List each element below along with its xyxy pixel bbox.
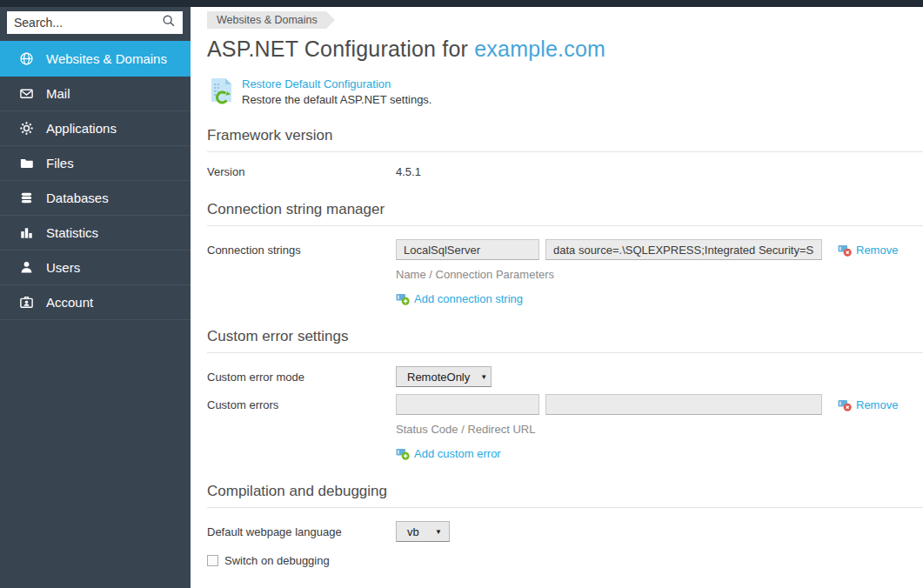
page-title-domain: example.com xyxy=(474,37,605,61)
connection-strings-row: Connection strings Remove xyxy=(207,239,923,260)
globe-icon xyxy=(18,51,34,67)
section-heading-compilation: Compilation and debugging xyxy=(207,483,923,508)
sidebar-item-label: Account xyxy=(46,295,93,310)
remove-connection-link[interactable]: Remove xyxy=(856,244,898,257)
add-custom-error-link[interactable]: Add custom error xyxy=(414,447,501,460)
add-icon xyxy=(396,446,410,460)
add-connection-link[interactable]: Add connection string xyxy=(414,292,523,305)
user-icon xyxy=(18,260,34,276)
sidebar-spacer xyxy=(0,319,191,320)
sidebar: Websites & Domains Mail Applications xyxy=(0,7,191,588)
plesk-app: Websites & Domains Mail Applications xyxy=(0,0,923,588)
custom-error-mode-value: RemoteOnly xyxy=(407,371,470,384)
chevron-down-icon: ▼ xyxy=(435,528,442,536)
sidebar-item-databases[interactable]: Databases xyxy=(0,180,191,215)
remove-custom-error[interactable]: Remove xyxy=(838,398,898,411)
add-connection-string[interactable]: Add connection string xyxy=(396,291,523,305)
sidebar-item-label: Websites & Domains xyxy=(46,51,167,66)
connection-params-input[interactable] xyxy=(545,239,822,260)
sidebar-item-mail[interactable]: Mail xyxy=(0,76,191,110)
sidebar-item-users[interactable]: Users xyxy=(0,250,191,284)
remove-connection-string[interactable]: Remove xyxy=(838,243,898,257)
remove-icon xyxy=(838,398,852,411)
top-bar xyxy=(0,0,923,7)
switch-on-debugging-label[interactable]: Switch on debugging xyxy=(224,554,330,567)
breadcrumb[interactable]: Websites & Domains xyxy=(207,11,326,29)
search-box[interactable] xyxy=(7,11,183,34)
sidebar-item-label: Statistics xyxy=(46,225,98,240)
sidebar-item-files[interactable]: Files xyxy=(0,145,191,180)
sidebar-item-label: Files xyxy=(46,156,74,170)
section-heading-framework: Framework version xyxy=(207,127,923,152)
connection-name-input[interactable] xyxy=(396,239,539,260)
default-language-select[interactable]: vb ▼ xyxy=(396,521,450,542)
sidebar-nav: Websites & Domains Mail Applications xyxy=(0,41,191,320)
search-input[interactable] xyxy=(14,16,162,30)
custom-errors-row: Custom errors Remove xyxy=(207,394,923,415)
default-language-row: Default webpage language vb ▼ xyxy=(207,521,923,542)
redirect-url-input[interactable] xyxy=(545,394,822,415)
default-language-value: vb xyxy=(407,525,419,538)
version-row: Version 4.5.1 xyxy=(207,165,923,178)
search-icon[interactable] xyxy=(162,14,176,31)
mail-icon xyxy=(18,86,34,102)
status-code-input[interactable] xyxy=(396,394,539,415)
main-content: Websites & Domains ASP.NET Configuration… xyxy=(191,7,923,588)
version-label: Version xyxy=(207,165,396,178)
gear-icon xyxy=(18,121,34,137)
sidebar-item-label: Databases xyxy=(46,190,109,205)
custom-errors-label: Custom errors xyxy=(207,398,396,411)
page-title: ASP.NET Configuration for example.com xyxy=(207,37,923,62)
sidebar-item-websites-domains[interactable]: Websites & Domains xyxy=(0,41,191,76)
sidebar-item-label: Users xyxy=(46,260,80,275)
remove-custom-error-link[interactable]: Remove xyxy=(856,398,898,411)
custom-error-mode-select[interactable]: RemoteOnly ▼ xyxy=(396,366,492,387)
bar-chart-icon xyxy=(18,225,34,241)
version-value: 4.5.1 xyxy=(396,165,421,178)
connection-strings-label: Connection strings xyxy=(207,244,396,257)
folder-icon xyxy=(18,156,34,171)
add-connection-row: Add connection string xyxy=(207,291,923,305)
section-heading-connection: Connection string manager xyxy=(207,201,923,226)
sidebar-item-applications[interactable]: Applications xyxy=(0,110,191,145)
switch-on-debugging-checkbox[interactable] xyxy=(207,555,218,566)
restore-default-link[interactable]: Restore Default Configuration xyxy=(242,77,431,90)
restore-default-block: Restore Default Configuration Restore th… xyxy=(207,77,923,107)
custom-errors-hint: Status Code / Redirect URL xyxy=(396,423,535,436)
chevron-down-icon: ▼ xyxy=(480,373,487,381)
custom-error-mode-label: Custom error mode xyxy=(207,371,396,384)
custom-errors-hint-row: Status Code / Redirect URL xyxy=(207,423,923,436)
connection-hint-row: Name / Connection Parameters xyxy=(207,268,923,281)
restore-description: Restore the default ASP.NET settings. xyxy=(242,93,431,106)
sidebar-item-statistics[interactable]: Statistics xyxy=(0,215,191,250)
default-language-label: Default webpage language xyxy=(207,525,396,538)
connection-hint: Name / Connection Parameters xyxy=(396,268,554,281)
add-custom-error[interactable]: Add custom error xyxy=(396,446,501,460)
sidebar-item-label: Applications xyxy=(46,121,117,136)
add-icon xyxy=(396,291,410,305)
add-custom-error-row: Add custom error xyxy=(207,446,923,460)
breadcrumb-label: Websites & Domains xyxy=(217,14,318,26)
id-badge-icon xyxy=(18,295,34,311)
database-icon xyxy=(18,190,34,206)
remove-icon xyxy=(838,243,852,257)
sidebar-item-account[interactable]: Account xyxy=(0,284,191,319)
restore-document-icon xyxy=(207,77,236,105)
sidebar-item-label: Mail xyxy=(46,86,70,101)
custom-error-mode-row: Custom error mode RemoteOnly ▼ xyxy=(207,366,923,387)
section-heading-custom-errors: Custom error settings xyxy=(207,328,923,353)
debug-checkbox-row: Switch on debugging xyxy=(207,554,923,567)
